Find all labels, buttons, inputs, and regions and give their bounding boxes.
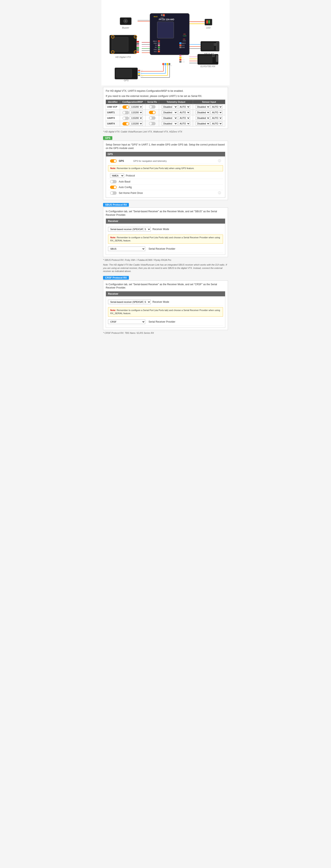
sensor-select[interactable]: DisabledGPSESCPitot [196,116,210,120]
config-toggle[interactable] [122,117,129,120]
svg-text:VCC: VCC [154,51,157,52]
table-row: UART4 115200DisabledMSPFrSkySmartPortLTM… [106,121,225,126]
gps-homepoint-toggle[interactable] [110,191,117,195]
crsf-note-box: Note: Remember to configure a Serial Por… [108,307,223,317]
telemetry-auto-select[interactable]: AUTO [178,111,190,114]
svg-rect-78 [137,47,139,49]
telemetry-cell: DisabledMSPFrSkySmartPortLTMMAVLink AUTO [159,110,193,115]
gps-badge: GPS [103,136,112,140]
table-row: USB VCP 115200DisabledMSPFrSkySmartPortL… [106,104,225,110]
sensor-cell: DisabledGPSESCPitot AUTO [193,121,225,126]
gps-homepoint-label: Set Home Point Once [119,192,143,194]
svg-rect-84 [214,43,216,45]
svg-text:VCC: VCC [182,44,185,46]
svg-rect-89 [213,54,215,57]
sensor-cell: DisabledGPSESCPitot AUTO [193,115,225,121]
telemetry-auto-select[interactable]: AUTO [178,116,190,120]
config-cell: 115200 [120,110,145,115]
config-toggle[interactable] [122,111,129,114]
sensor-select[interactable]: DisabledGPSESCPitot [196,111,210,114]
gps-description: Setup Sensor Input as "GPS" in UART 1, t… [106,143,225,150]
sbus-caption2: Note: The HD digital VTX like Caddx Vist… [103,263,228,273]
gps-panel-body: GPS GPS for navigation and telemetry ⓘ N… [106,156,225,197]
svg-rect-32 [158,42,160,44]
svg-rect-75 [137,41,139,42]
svg-rect-77 [137,45,139,47]
gps-autobaud-row: Auto Baud [108,179,223,185]
sbus-provider-row: SBUS CRSF IBUS Serial Receiver Provider [108,245,223,253]
crsf-panel-body: Serial-based receiver (SPEKSAT, S PPM RX… [106,297,225,328]
baud-select[interactable]: 115200 [130,105,143,109]
gps-homepoint-row: Set Home Point Once ⓘ [108,190,223,196]
sensor-auto-select[interactable]: AUTO [211,116,222,120]
serial-rx-toggle[interactable] [149,122,156,125]
svg-text:GND: GND [182,47,185,48]
sbus-description: In Configuration tab, set "Serial-based … [106,210,225,217]
svg-text:TX: TX [182,57,184,59]
gps-panel-header: GPS [106,152,225,156]
svg-rect-90 [216,55,218,62]
telemetry-auto-select[interactable]: AUTO [178,105,190,109]
svg-text:SBUS: SBUS [182,42,186,44]
sbus-note-box: Note: Remember to configure a Serial Por… [108,235,223,244]
gps-main-toggle[interactable] [110,159,117,163]
config-toggle[interactable] [122,122,129,125]
sensor-auto-select[interactable]: AUTO [211,105,222,109]
config-cell: 115200 [120,104,145,110]
crsf-note-label: Note: [110,309,116,311]
telemetry-select[interactable]: DisabledMSPFrSkySmartPortLTMMAVLink [162,111,177,114]
sensor-select[interactable]: DisabledGPSESCPitot [196,105,210,109]
baud-select[interactable]: 115200 [130,111,143,114]
serial-rx-toggle[interactable] [149,111,156,114]
svg-text:GND: GND [140,75,143,77]
info-box: For HD digital VTX, UART4 requires Confi… [103,87,228,129]
col-identifier: Identifier [106,100,120,104]
baud-select[interactable]: 115200 [130,122,143,125]
gps-autobaud-label: Auto Baud [119,180,130,183]
telemetry-select[interactable]: DisabledMSPFrSkySmartPortLTMMAVLink [162,122,177,125]
gps-desc: GPS for navigation and telemetry [133,160,218,162]
sensor-auto-select[interactable]: AUTO [211,111,222,114]
sensor-select[interactable]: DisabledGPSESCPitot [196,122,210,125]
sbus-section-box: In Configuration tab, set "Serial-based … [103,208,228,257]
svg-rect-96 [138,73,140,74]
gps-autoconfig-toggle[interactable] [110,186,117,189]
sensor-cell: DisabledGPSESCPitot AUTO [193,104,225,110]
svg-rect-70 [112,37,128,52]
telemetry-auto-select[interactable]: AUTO [178,122,190,125]
gps-protocol-select[interactable]: NMEA UBLOX MSP [110,174,124,178]
svg-text:TX: TX [165,65,167,66]
sbus-inner-panel: Receiver Serial-based receiver (SPEKSAT,… [106,218,225,255]
sbus-caption1: * SBUS Protocol RX: Frsky XM+ / Futaba A… [103,259,228,261]
svg-text:BUZZ: BUZZ [154,16,158,18]
sensor-auto-select[interactable]: AUTO [211,122,222,125]
gps-autobaud-toggle[interactable] [110,180,117,183]
svg-rect-34 [158,46,160,48]
svg-rect-94 [138,70,140,71]
crsf-badge: CRSF Protocol RX [103,276,129,280]
crsf-provider-select[interactable]: CRSF SBUS IBUS [108,319,145,324]
serial-rx-toggle[interactable] [149,105,156,108]
serial-rx-toggle[interactable] [149,116,156,120]
baud-select[interactable]: 115200 [130,116,143,120]
ports-table: Identifier Configuration/MSP Serial Rx T… [106,100,225,126]
col-config: Configuration/MSP [120,100,145,104]
svg-text:ELRS/TBS RX: ELRS/TBS RX [200,65,215,68]
gps-toggle-row: GPS GPS for navigation and telemetry ⓘ [108,158,223,164]
config-toggle[interactable] [122,105,129,109]
sbus-note-text: Remember to configure a Serial Port (via… [110,236,220,242]
svg-rect-30 [157,22,174,38]
svg-rect-93 [116,69,132,78]
table-row: UART1 115200DisabledMSPFrSkySmartPortLTM… [106,110,225,115]
sbus-provider-select[interactable]: SBUS CRSF IBUS [108,247,145,251]
svg-text:VCC: VCC [182,59,185,61]
sbus-receiver-mode-select[interactable]: Serial-based receiver (SPEKSAT, S PPM RX… [108,227,151,231]
svg-text:SBUS: SBUS [153,40,157,42]
telemetry-select[interactable]: DisabledMSPFrSkySmartPortLTMMAVLink [162,116,177,120]
svg-rect-76 [137,43,139,44]
crsf-receiver-mode-select[interactable]: Serial-based receiver (SPEKSAT, S PPM RX… [108,300,151,304]
svg-text:GND: GND [154,49,157,50]
telemetry-select[interactable]: DisabledMSPFrSkySmartPortLTMMAVLink [162,105,177,109]
svg-rect-37 [180,42,182,44]
svg-text:GND: GND [160,18,164,19]
